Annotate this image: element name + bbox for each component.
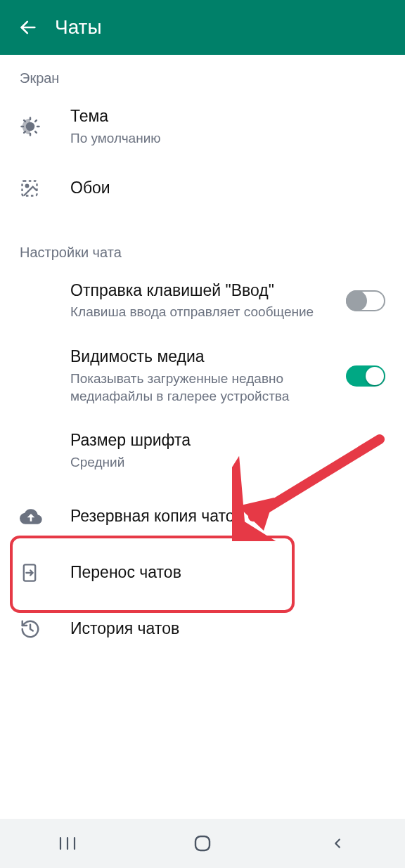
- font-size-sub: Средний: [70, 454, 385, 472]
- row-history[interactable]: История чатов: [0, 601, 405, 657]
- back-button[interactable]: [14, 13, 42, 41]
- row-wallpaper[interactable]: Обои: [0, 160, 405, 216]
- theme-title: Тема: [70, 106, 385, 127]
- wallpaper-icon: [20, 179, 51, 198]
- nav-back[interactable]: [316, 829, 359, 857]
- chevron-left-icon: [330, 836, 345, 851]
- theme-icon: [20, 116, 51, 137]
- enter-send-toggle[interactable]: [346, 290, 385, 311]
- nav-home[interactable]: [181, 829, 224, 857]
- wallpaper-title: Обои: [70, 178, 385, 199]
- theme-sub: По умолчанию: [70, 130, 385, 148]
- transfer-icon: [20, 563, 51, 583]
- settings-content: Экран Тема По умолчанию Обои Настройки ч…: [0, 55, 405, 657]
- home-icon: [193, 834, 212, 853]
- cloud-upload-icon: [20, 505, 51, 528]
- page-title: Чаты: [55, 16, 102, 39]
- transfer-title: Перенос чатов: [70, 562, 385, 583]
- system-navbar: [0, 819, 405, 868]
- svg-point-3: [26, 184, 29, 187]
- svg-point-1: [26, 122, 35, 131]
- row-media-visibility[interactable]: Видимость медиа Показывать загруженные н…: [0, 334, 405, 417]
- recents-icon: [58, 836, 77, 851]
- font-size-title: Размер шрифта: [70, 430, 385, 451]
- arrow-left-icon: [18, 18, 38, 37]
- enter-send-title: Отправка клавишей "Ввод": [70, 280, 338, 302]
- backup-title: Резервная копия чатов: [70, 506, 385, 527]
- section-header-screen: Экран: [0, 55, 405, 93]
- row-backup[interactable]: Резервная копия чатов: [0, 488, 405, 545]
- history-icon: [20, 618, 51, 640]
- media-visibility-toggle[interactable]: [346, 365, 385, 387]
- row-transfer[interactable]: Перенос чатов: [0, 545, 405, 601]
- media-visibility-sub: Показывать загруженные недавно медиафайл…: [70, 370, 338, 405]
- svg-rect-10: [195, 836, 210, 850]
- enter-send-sub: Клавиша ввода отправляет сообщение: [70, 304, 338, 321]
- nav-recents[interactable]: [46, 829, 89, 857]
- history-title: История чатов: [70, 618, 385, 640]
- row-enter-send[interactable]: Отправка клавишей "Ввод" Клавиша ввода о…: [0, 268, 405, 335]
- row-font-size[interactable]: Размер шрифта Средний: [0, 417, 405, 484]
- media-visibility-title: Видимость медиа: [70, 346, 338, 368]
- row-theme[interactable]: Тема По умолчанию: [0, 93, 405, 160]
- section-header-chat-settings: Настройки чата: [0, 216, 405, 268]
- app-header: Чаты: [0, 0, 405, 55]
